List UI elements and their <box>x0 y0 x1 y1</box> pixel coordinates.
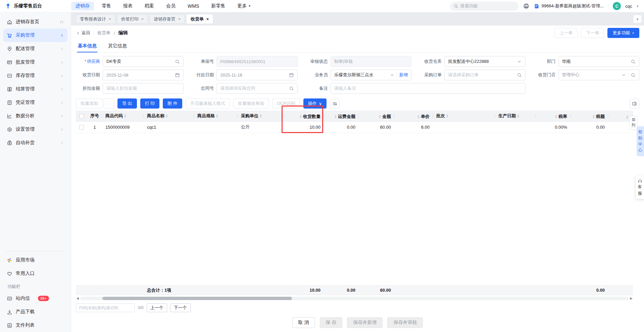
column-settings-tab[interactable]: 列 <box>630 116 637 130</box>
sidebar-item[interactable]: 凭证管理 <box>3 96 67 109</box>
field-input[interactable]: 管理中心 <box>558 70 639 80</box>
table-row[interactable]: 11500000009cqc1公斤10.000.0060.006.000.00%… <box>76 121 633 133</box>
toolbar-button[interactable]: 导 出 <box>117 98 137 109</box>
column-header-序号[interactable]: 序号 <box>87 111 102 121</box>
scrollbar-thumb[interactable] <box>102 297 292 300</box>
toolbar-button[interactable]: 操作 ∨ <box>303 98 327 109</box>
topnav-item[interactable]: 更多 ▼ <box>233 2 255 10</box>
locate-item-input[interactable]: 代码|名称|条码|速记码 <box>76 303 135 312</box>
page-tab[interactable]: 价签打印 × <box>117 14 148 24</box>
toolbar-button[interactable]: 批量添加 <box>76 98 103 109</box>
sort-icon[interactable] <box>335 115 337 118</box>
column-header-采购单位[interactable]: 采购单位 <box>238 111 283 121</box>
global-search-input[interactable]: 搜索功能 <box>450 2 518 11</box>
column-header-税率[interactable]: 税率 <box>535 111 571 121</box>
column-header-商品规格[interactable]: 商品规格 <box>194 111 238 121</box>
close-tab-icon[interactable]: × <box>141 17 144 22</box>
sidebar-item[interactable]: 批发管理 <box>3 55 67 69</box>
field-input[interactable]: 批发配送中心222888 <box>444 56 525 67</box>
topnav-item[interactable]: 报表 <box>119 2 137 10</box>
column-header-金额[interactable]: 金额 <box>359 111 394 121</box>
customer-service-tab[interactable]: 客服 <box>636 175 644 199</box>
sidebar-item[interactable]: 自动补货 <box>3 136 67 150</box>
sort-icon[interactable] <box>300 115 302 118</box>
caret-icon[interactable] <box>517 59 522 64</box>
topnav-item[interactable]: 档案 <box>140 2 158 10</box>
caret-icon[interactable] <box>390 73 395 78</box>
sidebar-shortcut[interactable]: 应用市场 <box>3 253 67 267</box>
subtab[interactable]: 其它信息 <box>107 40 128 52</box>
back-button[interactable]: 返回 <box>76 30 90 36</box>
sort-icon[interactable] <box>626 116 628 119</box>
column-header-商品代码[interactable]: 商品代码 <box>102 111 144 121</box>
topnav-item[interactable]: 会员 <box>162 2 180 10</box>
field-input[interactable]: DK专卖 <box>103 56 184 67</box>
calendar-icon[interactable] <box>175 73 180 78</box>
field-input[interactable]: 2025-11-16 <box>216 70 297 80</box>
toolbar-button[interactable]: 批量修改单据 <box>233 98 269 109</box>
sidebar-shortcut[interactable]: 常用入口 <box>3 267 67 280</box>
search-icon[interactable] <box>175 59 180 64</box>
save-button[interactable]: 保 存 <box>320 317 343 328</box>
save-and-new-button[interactable]: 保存并新增 <box>347 317 383 328</box>
scrollbar-track[interactable] <box>80 297 629 300</box>
sidebar-tool[interactable]: 站内信 99+ <box>3 292 67 305</box>
prev-order-button[interactable]: 上一单 <box>554 28 578 38</box>
sidebar-item[interactable]: 数据分析 <box>3 109 67 123</box>
sidebar-item[interactable]: 采购管理 <box>3 29 67 42</box>
close-tab-icon[interactable]: × <box>178 17 181 22</box>
row-settings-button[interactable] <box>330 99 340 109</box>
column-header-批次[interactable]: 批次 <box>433 111 495 121</box>
collapse-sidebar-icon[interactable] <box>60 20 64 24</box>
sidebar-tool[interactable]: 文件列表 <box>3 319 67 332</box>
avatar[interactable]: C <box>613 2 621 10</box>
field-input[interactable]: 请选择供应商合同 <box>216 83 297 94</box>
close-tab-icon[interactable]: × <box>206 17 209 22</box>
topnav-item[interactable]: WMS <box>183 2 203 10</box>
column-header-收货数量[interactable]: 收货数量 <box>283 111 324 121</box>
column-header-extra[interactable] <box>608 111 633 121</box>
help-center-tab[interactable]: 帮助中心 <box>637 126 644 156</box>
org-selector[interactable]: 99664-新界面商超版测试-管理... <box>534 3 604 9</box>
topnav-item[interactable]: 零售 <box>97 2 115 10</box>
sort-icon[interactable] <box>555 115 557 118</box>
sort-icon[interactable] <box>517 114 519 118</box>
topnav-item[interactable]: 进销存 <box>71 2 94 10</box>
sort-icon[interactable] <box>417 115 419 118</box>
toolbar-button[interactable]: 附 件 <box>163 98 182 109</box>
scroll-right-arrow[interactable]: ▶ <box>630 297 633 300</box>
search-icon[interactable] <box>631 59 636 64</box>
field-input[interactable]: 请输入折扣金额 <box>103 83 184 94</box>
sidebar-tool[interactable]: 产品下载 <box>3 305 67 319</box>
toolbar-button[interactable]: ··· <box>104 98 114 109</box>
sort-icon[interactable] <box>260 114 262 118</box>
column-header-商品名称[interactable]: 商品名称 <box>144 111 194 121</box>
column-header-税额[interactable]: 税额 <box>571 111 608 121</box>
toolbar-button[interactable]: OCR识别 <box>272 98 300 109</box>
row-checkbox[interactable] <box>79 125 84 130</box>
tabs-overflow-chevron-icon[interactable]: ∨ <box>634 15 641 23</box>
sort-icon[interactable] <box>593 115 595 118</box>
column-header-单价[interactable]: 单价 <box>394 111 433 121</box>
field-input[interactable]: 华南 <box>558 56 639 67</box>
field-input[interactable]: 请选择采购订单 <box>444 70 525 80</box>
sidebar-item[interactable]: 库存管理 <box>3 69 67 82</box>
sort-icon[interactable] <box>166 114 168 118</box>
sort-icon[interactable] <box>124 114 126 118</box>
sidebar-item[interactable]: 结算管理 <box>3 82 67 96</box>
page-tab[interactable]: 进销存首页 × <box>150 14 185 24</box>
topnav-item[interactable]: 新零售 <box>207 2 230 10</box>
calendar-icon[interactable] <box>289 73 294 78</box>
field-input[interactable]: 2025-11-08 <box>103 70 184 80</box>
subtab[interactable]: 基本信息 <box>77 40 97 52</box>
search-icon[interactable] <box>517 73 522 78</box>
field-input[interactable]: 制单|审核 <box>331 56 411 67</box>
search-icon[interactable] <box>631 73 636 78</box>
locate-prev-button[interactable]: 上一个 <box>147 303 167 312</box>
panel-toggle-button[interactable] <box>630 99 639 109</box>
sidebar-item[interactable]: 进销存首页 <box>3 15 67 29</box>
printer-icon[interactable] <box>523 3 530 9</box>
toolbar-button[interactable]: 开启极速输入模式 <box>186 98 230 109</box>
add-new-link[interactable]: 新增 <box>399 72 408 78</box>
column-header-生产日期[interactable]: 生产日期 <box>495 111 535 121</box>
